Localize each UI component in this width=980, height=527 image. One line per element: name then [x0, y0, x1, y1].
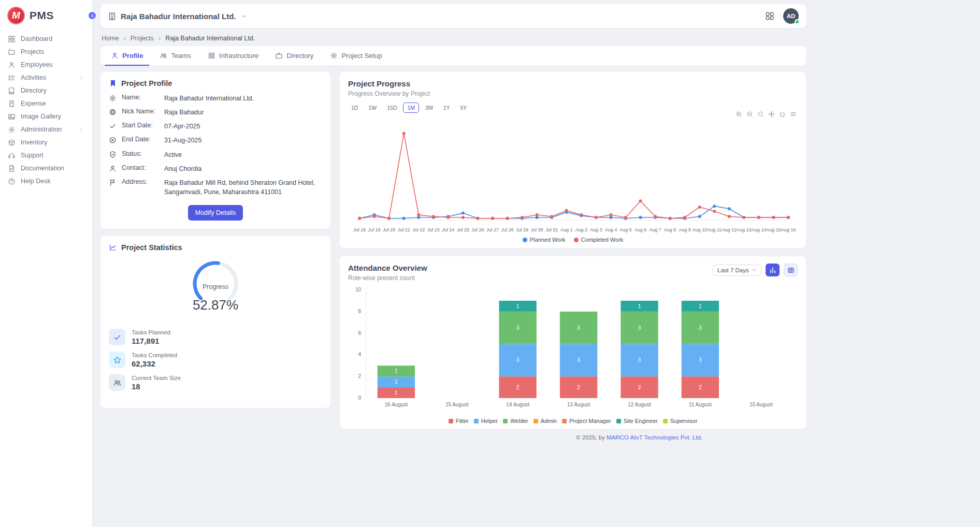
sidebar-item-projects[interactable]: Projects — [0, 46, 92, 58]
data-point-planned-work[interactable] — [639, 216, 642, 219]
sidebar-item-dashboard[interactable]: Dashboard — [0, 33, 92, 46]
sidebar-item-image-gallery[interactable]: Image Gallery — [0, 110, 92, 123]
data-point-completed-work[interactable] — [757, 216, 760, 219]
range-button-3m[interactable]: 3M — [421, 103, 437, 113]
data-point-completed-work[interactable] — [506, 217, 509, 220]
range-button-1w[interactable]: 1W — [364, 103, 381, 113]
sidebar-item-directory[interactable]: Directory — [0, 84, 92, 97]
data-point-planned-work[interactable] — [698, 215, 701, 218]
data-point-completed-work[interactable] — [521, 216, 524, 219]
field-label: Status: — [122, 150, 159, 157]
range-button-5y[interactable]: 5Y — [456, 103, 471, 113]
tab-directory[interactable]: Directory — [269, 46, 320, 66]
table-view-toggle-button[interactable] — [784, 264, 798, 276]
user-avatar[interactable]: AD — [783, 8, 799, 24]
sidebar-item-support[interactable]: Support — [0, 149, 92, 162]
tab-teams[interactable]: Teams — [153, 46, 197, 66]
data-point-completed-work[interactable] — [358, 217, 361, 220]
sidebar-item-help-desk[interactable]: Help Desk — [0, 175, 92, 188]
app-logo[interactable]: M PMS — [0, 0, 92, 33]
sidebar-item-activities[interactable]: Activities — [0, 71, 92, 84]
tab-infrastructure[interactable]: Infrastructure — [201, 46, 265, 66]
data-point-completed-work[interactable] — [595, 216, 598, 219]
statistics-list: Tasks Planned117,891Tasks Completed62,33… — [100, 313, 330, 396]
data-point-completed-work[interactable] — [373, 215, 376, 218]
data-point-completed-work[interactable] — [624, 216, 627, 219]
legend-item-supervisor[interactable]: Supervisor — [663, 418, 698, 424]
data-point-planned-work[interactable] — [462, 212, 465, 215]
data-point-completed-work[interactable] — [432, 215, 435, 218]
data-point-completed-work[interactable] — [772, 216, 775, 219]
legend-item-welder[interactable]: Welder — [503, 418, 528, 424]
x-tick-label: Jul 27 — [486, 227, 499, 232]
data-point-completed-work[interactable] — [462, 216, 465, 219]
data-point-planned-work[interactable] — [713, 204, 716, 208]
pan-icon[interactable] — [768, 111, 775, 118]
field-value: 31-Aug-2025 — [164, 136, 201, 145]
progress-gauge: Progress 52.87% — [100, 257, 330, 313]
data-point-planned-work[interactable] — [402, 217, 406, 220]
sidebar-item-employees[interactable]: Employees — [0, 58, 92, 71]
legend-item-admin[interactable]: Admin — [534, 418, 557, 424]
stat-label: Tasks Planned — [132, 329, 170, 335]
breadcrumb-item-home[interactable]: Home — [102, 35, 119, 42]
data-point-completed-work[interactable] — [387, 217, 391, 220]
data-point-completed-work[interactable] — [742, 216, 745, 219]
data-point-completed-work[interactable] — [654, 215, 657, 218]
range-button-1d[interactable]: 1D — [347, 103, 362, 113]
stat-row-current-team-size: Current Team Size18 — [109, 374, 322, 391]
sidebar-item-inventory[interactable]: Inventory — [0, 136, 92, 149]
range-button-1y[interactable]: 1Y — [439, 103, 454, 113]
data-point-completed-work[interactable] — [698, 206, 701, 209]
home-icon[interactable] — [779, 111, 786, 118]
sidebar-collapse-button[interactable] — [88, 11, 97, 20]
data-point-completed-work[interactable] — [446, 216, 450, 219]
zoom-out-icon[interactable] — [746, 111, 753, 118]
range-button-15d[interactable]: 15D — [383, 103, 401, 113]
data-point-completed-work[interactable] — [476, 217, 479, 220]
data-point-completed-work[interactable] — [417, 213, 420, 216]
apps-grid-icon[interactable] — [765, 11, 775, 21]
zoom-in-icon[interactable] — [736, 111, 742, 118]
data-point-completed-work[interactable] — [728, 215, 731, 218]
chart-view-toggle-button[interactable] — [766, 264, 780, 276]
data-point-completed-work[interactable] — [580, 213, 583, 216]
data-point-completed-work[interactable] — [787, 216, 790, 219]
range-button-1m[interactable]: 1M — [403, 103, 419, 113]
series-line-completed-work — [359, 134, 788, 218]
legend-item-completed-work[interactable]: Completed Work — [574, 237, 624, 243]
data-point-completed-work[interactable] — [402, 132, 406, 135]
sidebar-item-expense[interactable]: Expense — [0, 97, 92, 110]
data-point-completed-work[interactable] — [639, 199, 642, 202]
data-point-completed-work[interactable] — [683, 216, 686, 219]
legend-item-helper[interactable]: Helper — [474, 418, 498, 424]
data-point-completed-work[interactable] — [669, 217, 672, 220]
topbar-actions: AD — [765, 8, 799, 24]
field-label: Name: — [122, 94, 159, 101]
modify-details-button[interactable]: Modify Details — [188, 205, 243, 221]
building-icon — [108, 12, 117, 21]
data-point-planned-work[interactable] — [728, 207, 731, 210]
tab-profile[interactable]: Profile — [105, 46, 149, 66]
footer-company-link[interactable]: MARCO AIoT Technologies Pvt. Ltd. — [607, 434, 702, 441]
company-selector[interactable]: Raja Bahadur International Ltd. — [108, 12, 247, 21]
legend-item-project-manager[interactable]: Project Manager — [562, 418, 611, 424]
data-point-completed-work[interactable] — [713, 210, 716, 213]
zoom-icon[interactable] — [757, 111, 764, 118]
gear-icon — [109, 94, 117, 102]
date-range-select[interactable]: Last 7 Days — [713, 265, 761, 276]
tab-project-setup[interactable]: Project Setup — [324, 46, 388, 66]
breadcrumb-item-projects[interactable]: Projects — [131, 35, 154, 42]
menu-icon[interactable] — [790, 111, 797, 118]
sidebar-item-administration[interactable]: Administration — [0, 123, 92, 136]
legend-item-fitter[interactable]: Fitter — [449, 418, 469, 424]
legend-item-planned-work[interactable]: Planned Work — [523, 237, 566, 243]
data-point-completed-work[interactable] — [550, 215, 553, 218]
data-point-completed-work[interactable] — [491, 217, 494, 220]
sidebar-item-documentation[interactable]: Documentation — [0, 162, 92, 175]
data-point-completed-work[interactable] — [536, 213, 539, 216]
legend-item-site-engineer[interactable]: Site Engineer — [616, 418, 658, 424]
date-range-value: Last 7 Days — [717, 267, 749, 273]
data-point-completed-work[interactable] — [565, 209, 568, 212]
data-point-completed-work[interactable] — [609, 213, 612, 216]
